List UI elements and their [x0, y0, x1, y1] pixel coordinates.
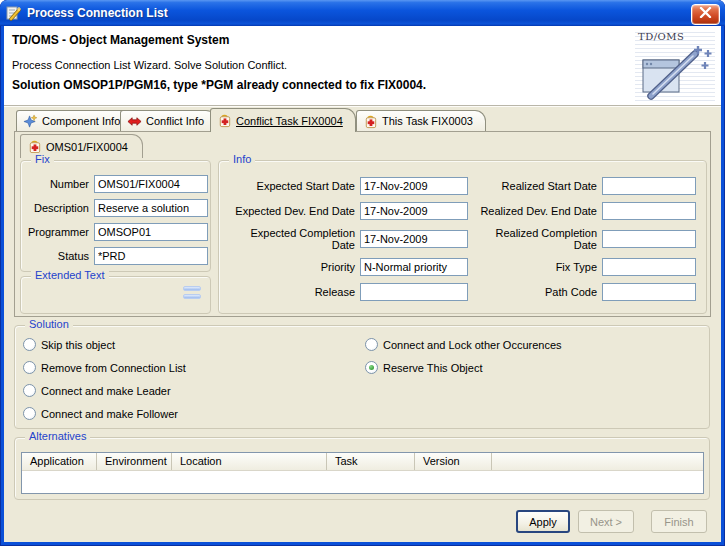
- task-icon: [363, 114, 378, 129]
- radio-label: Connect and Lock other Occurences: [383, 339, 562, 351]
- sparkle-icon: [23, 114, 38, 129]
- tdoms-logo-text: TD/OMS: [638, 31, 684, 42]
- radio-icon: [365, 338, 378, 351]
- programmer-label: Programmer: [25, 226, 89, 238]
- release-label: Release: [225, 286, 355, 298]
- expected-dev-end-date-field[interactable]: [360, 202, 468, 220]
- priority-field[interactable]: [360, 258, 468, 276]
- info-group: Info Expected Start Date Expected Dev. E…: [218, 160, 707, 314]
- finish-button[interactable]: Finish: [651, 510, 707, 533]
- alternatives-group: Alternatives Application Environment Loc…: [14, 437, 710, 500]
- tab-this-task[interactable]: This Task FIX0003: [356, 110, 486, 131]
- number-label: Number: [25, 178, 89, 190]
- tab-component-info[interactable]: Component Info: [16, 110, 133, 131]
- tab-conflict-task[interactable]: Conflict Task FIX0004: [210, 108, 356, 132]
- process-connection-list-window: Process Connection List TD/OMS - Object …: [0, 0, 725, 546]
- alternatives-group-title: Alternatives: [25, 430, 90, 442]
- column-filler: [492, 453, 703, 470]
- path-code-field[interactable]: [602, 283, 696, 301]
- path-code-label: Path Code: [471, 286, 597, 298]
- task-icon: [27, 139, 42, 154]
- wand-window-graphic: [635, 44, 715, 102]
- radio-label: Skip this object: [41, 339, 115, 351]
- extended-text-expand-icon[interactable]: [183, 286, 201, 302]
- tab-label: Conflict Task FIX0004: [236, 115, 343, 127]
- radio-reserve-this-object[interactable]: Reserve This Object: [365, 361, 482, 374]
- tab-label: Component Info: [42, 115, 120, 127]
- release-field[interactable]: [360, 283, 468, 301]
- tab-label: Conflict Info: [146, 115, 204, 127]
- title-bar[interactable]: Process Connection List: [0, 0, 725, 26]
- radio-icon: [23, 407, 36, 420]
- expected-completion-date-field[interactable]: [360, 230, 468, 248]
- priority-label: Priority: [225, 261, 355, 273]
- column-task[interactable]: Task: [327, 453, 415, 470]
- tab-conflict-info[interactable]: Conflict Info: [120, 110, 217, 131]
- radio-connect-and-make-leader[interactable]: Connect and make Leader: [23, 384, 171, 397]
- expected-completion-date-label: Expected Completion Date: [225, 227, 355, 251]
- expected-start-date-field[interactable]: [360, 177, 468, 195]
- radio-icon-checked: [365, 361, 378, 374]
- close-icon[interactable]: [691, 4, 720, 25]
- app-title: TD/OMS - Object Management System: [12, 33, 229, 47]
- programmer-field[interactable]: [94, 223, 208, 241]
- radio-connect-and-make-follower[interactable]: Connect and make Follower: [23, 407, 178, 420]
- radio-label: Reserve This Object: [383, 362, 482, 374]
- radio-label: Connect and make Leader: [41, 385, 171, 397]
- wizard-window-icon: [6, 5, 22, 21]
- extended-text-group: Extended Text: [20, 276, 211, 314]
- apply-button[interactable]: Apply: [516, 510, 570, 533]
- window-title: Process Connection List: [27, 6, 168, 20]
- radio-remove-from-connection-list[interactable]: Remove from Connection List: [23, 361, 186, 374]
- solution-group-title: Solution: [25, 318, 73, 330]
- radio-icon: [23, 338, 36, 351]
- tab-label: This Task FIX0003: [382, 115, 473, 127]
- number-field[interactable]: [94, 175, 208, 193]
- radio-skip-this-object[interactable]: Skip this object: [23, 338, 115, 351]
- extended-text-group-title: Extended Text: [31, 269, 109, 281]
- radio-icon: [23, 384, 36, 397]
- column-version[interactable]: Version: [415, 453, 492, 470]
- realized-start-date-label: Realized Start Date: [471, 180, 597, 192]
- alternatives-table: Application Environment Location Task Ve…: [21, 452, 704, 494]
- fix-type-field[interactable]: [602, 258, 696, 276]
- column-application[interactable]: Application: [22, 453, 97, 470]
- realized-completion-date-field[interactable]: [602, 230, 696, 248]
- column-location[interactable]: Location: [172, 453, 327, 470]
- task-icon: [217, 113, 232, 128]
- fix-group: Fix Number Description Programmer Status: [20, 160, 211, 272]
- realized-start-date-field[interactable]: [602, 177, 696, 195]
- conflict-arrow-icon: [127, 115, 142, 128]
- column-environment[interactable]: Environment: [97, 453, 172, 470]
- radio-connect-and-lock-other-occurences[interactable]: Connect and Lock other Occurences: [365, 338, 562, 351]
- next-button[interactable]: Next >: [578, 510, 634, 533]
- description-label: Description: [25, 202, 89, 214]
- radio-label: Connect and make Follower: [41, 408, 178, 420]
- realized-dev-end-date-field[interactable]: [602, 202, 696, 220]
- radio-label: Remove from Connection List: [41, 362, 186, 374]
- info-group-title: Info: [229, 153, 255, 165]
- alternatives-table-body[interactable]: [22, 471, 703, 493]
- wizard-subtitle: Process Connection List Wizard. Solve So…: [12, 59, 287, 71]
- realized-completion-date-label: Realized Completion Date: [471, 227, 597, 251]
- description-field[interactable]: [94, 199, 208, 217]
- expected-start-date-label: Expected Start Date: [225, 180, 355, 192]
- tdoms-logo: TD/OMS: [635, 29, 715, 102]
- tab-label: OMS01/FIX0004: [46, 141, 128, 153]
- radio-icon: [23, 361, 36, 374]
- conflict-message: Solution OMSOP1P/PGM16, type *PGM alread…: [12, 78, 426, 92]
- status-field[interactable]: [94, 247, 208, 265]
- fix-type-label: Fix Type: [471, 261, 597, 273]
- status-label: Status: [25, 250, 89, 262]
- wizard-header: TD/OMS - Object Management System Proces…: [4, 26, 721, 106]
- expected-dev-end-date-label: Expected Dev. End Date: [225, 205, 355, 217]
- fix-group-title: Fix: [31, 153, 54, 165]
- alternatives-table-header: Application Environment Location Task Ve…: [22, 453, 703, 471]
- solution-group: Solution Skip this object Remove from Co…: [14, 325, 710, 429]
- realized-dev-end-date-label: Realized Dev. End Date: [471, 205, 597, 217]
